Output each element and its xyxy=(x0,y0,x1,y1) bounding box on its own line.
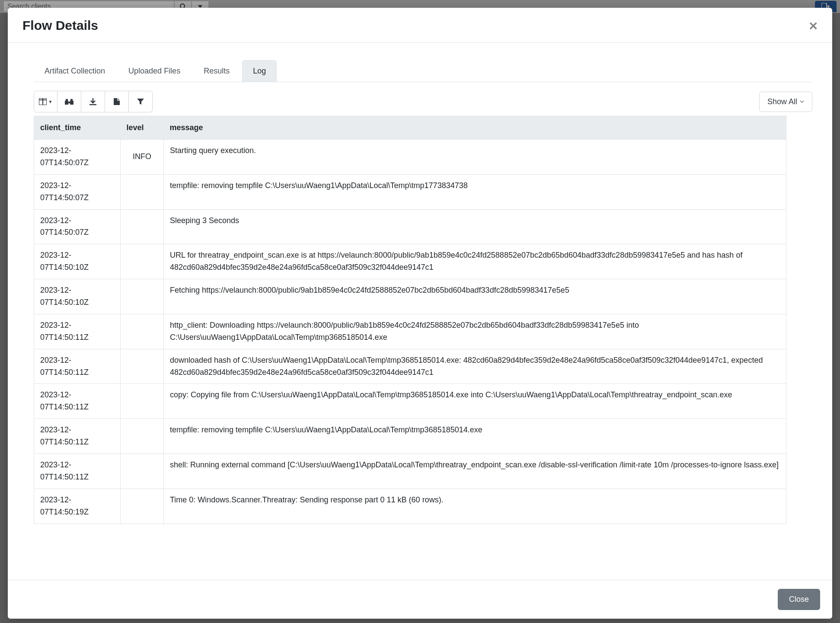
log-cell-time: 2023-12-07T14:50:11Z xyxy=(34,314,121,349)
log-cell-time: 2023-12-07T14:50:11Z xyxy=(34,384,121,419)
log-toolbar-buttons: ▼ xyxy=(34,91,153,112)
log-cell-time: 2023-12-07T14:50:19Z xyxy=(34,489,121,524)
log-cell-message: downloaded hash of C:\Users\uuWaeng1\App… xyxy=(164,349,786,384)
log-cell-message: Fetching https://velaunch:8000/public/9a… xyxy=(164,279,786,314)
log-table-header-row: client_time level message xyxy=(34,116,786,140)
modal-close-x[interactable]: × xyxy=(809,21,818,30)
close-button[interactable]: Close xyxy=(778,589,820,610)
log-cell-level xyxy=(121,384,164,419)
log-row[interactable]: 2023-12-07T14:50:10ZFetching https://vel… xyxy=(34,279,786,314)
log-cell-message: copy: Copying file from C:\Users\uuWaeng… xyxy=(164,384,786,419)
col-message[interactable]: message xyxy=(164,116,786,140)
modal-footer: Close xyxy=(8,580,832,619)
export-csv-button[interactable] xyxy=(105,91,129,112)
log-cell-message: tempfile: removing tempfile C:\Users\uuW… xyxy=(164,174,786,209)
log-cell-message: http_client: Downloading https://velaunc… xyxy=(164,314,786,349)
tab-results[interactable]: Results xyxy=(193,60,240,82)
log-cell-message: tempfile: removing tempfile C:\Users\uuW… xyxy=(164,419,786,454)
log-toolbar: ▼ Show All xyxy=(34,91,812,112)
caret-down-icon: ▼ xyxy=(48,99,53,104)
download-button[interactable] xyxy=(81,91,105,112)
columns-button[interactable]: ▼ xyxy=(34,91,57,112)
log-cell-level xyxy=(121,314,164,349)
log-row[interactable]: 2023-12-07T14:50:11Zshell: Running exter… xyxy=(34,454,786,489)
log-row[interactable]: 2023-12-07T14:50:19ZTime 0: Windows.Scan… xyxy=(34,489,786,524)
log-cell-level xyxy=(121,349,164,384)
log-row[interactable]: 2023-12-07T14:50:07ZINFOStarting query e… xyxy=(34,140,786,175)
flow-details-modal: Flow Details × Artifact Collection Uploa… xyxy=(8,8,832,619)
chevron-down-icon xyxy=(800,100,804,103)
log-cell-message: URL for threatray_endpoint_scan.exe is a… xyxy=(164,244,786,279)
log-cell-level xyxy=(121,489,164,524)
tab-log[interactable]: Log xyxy=(242,60,277,82)
log-row[interactable]: 2023-12-07T14:50:07Ztempfile: removing t… xyxy=(34,174,786,209)
log-cell-message: Sleeping 3 Seconds xyxy=(164,209,786,244)
log-cell-level xyxy=(121,279,164,314)
log-cell-level xyxy=(121,244,164,279)
log-cell-time: 2023-12-07T14:50:07Z xyxy=(34,209,121,244)
log-cell-time: 2023-12-07T14:50:11Z xyxy=(34,349,121,384)
filter-icon xyxy=(137,98,144,105)
modal-header: Flow Details × xyxy=(8,8,832,43)
log-cell-time: 2023-12-07T14:50:07Z xyxy=(34,140,121,175)
tab-uploaded-files[interactable]: Uploaded Files xyxy=(118,60,191,82)
log-table: client_time level message 2023-12-07T14:… xyxy=(34,116,786,524)
col-level[interactable]: level xyxy=(121,116,164,140)
log-cell-time: 2023-12-07T14:50:07Z xyxy=(34,174,121,209)
flow-tabs: Artifact Collection Uploaded Files Resul… xyxy=(34,60,812,82)
columns-icon xyxy=(39,98,47,105)
log-cell-message: Time 0: Windows.Scanner.Threatray: Sendi… xyxy=(164,489,786,524)
log-cell-time: 2023-12-07T14:50:11Z xyxy=(34,419,121,454)
log-cell-level: INFO xyxy=(121,140,164,175)
log-cell-message: shell: Running external command [C:\User… xyxy=(164,454,786,489)
log-cell-level xyxy=(121,209,164,244)
log-cell-level xyxy=(121,454,164,489)
log-cell-message: Starting query execution. xyxy=(164,140,786,175)
modal-body: Artifact Collection Uploaded Files Resul… xyxy=(8,43,832,580)
level-filter-label: Show All xyxy=(767,97,797,106)
file-export-icon xyxy=(113,98,120,105)
log-cell-level xyxy=(121,174,164,209)
log-row[interactable]: 2023-12-07T14:50:11Ztempfile: removing t… xyxy=(34,419,786,454)
log-cell-time: 2023-12-07T14:50:10Z xyxy=(34,244,121,279)
log-row[interactable]: 2023-12-07T14:50:10ZURL for threatray_en… xyxy=(34,244,786,279)
tab-artifact-collection[interactable]: Artifact Collection xyxy=(34,60,116,82)
log-cell-level xyxy=(121,419,164,454)
filter-button[interactable] xyxy=(129,91,153,112)
log-row[interactable]: 2023-12-07T14:50:11Zdownloaded hash of C… xyxy=(34,349,786,384)
log-cell-time: 2023-12-07T14:50:10Z xyxy=(34,279,121,314)
log-row[interactable]: 2023-12-07T14:50:07ZSleeping 3 Seconds xyxy=(34,209,786,244)
log-row[interactable]: 2023-12-07T14:50:11Zcopy: Copying file f… xyxy=(34,384,786,419)
level-filter-dropdown[interactable]: Show All xyxy=(759,92,812,112)
inspect-button[interactable] xyxy=(57,91,81,112)
download-icon xyxy=(89,98,97,105)
binoculars-icon xyxy=(64,98,74,105)
modal-title: Flow Details xyxy=(22,18,98,33)
col-client-time[interactable]: client_time xyxy=(34,116,121,140)
log-cell-time: 2023-12-07T14:50:11Z xyxy=(34,454,121,489)
log-row[interactable]: 2023-12-07T14:50:11Zhttp_client: Downloa… xyxy=(34,314,786,349)
